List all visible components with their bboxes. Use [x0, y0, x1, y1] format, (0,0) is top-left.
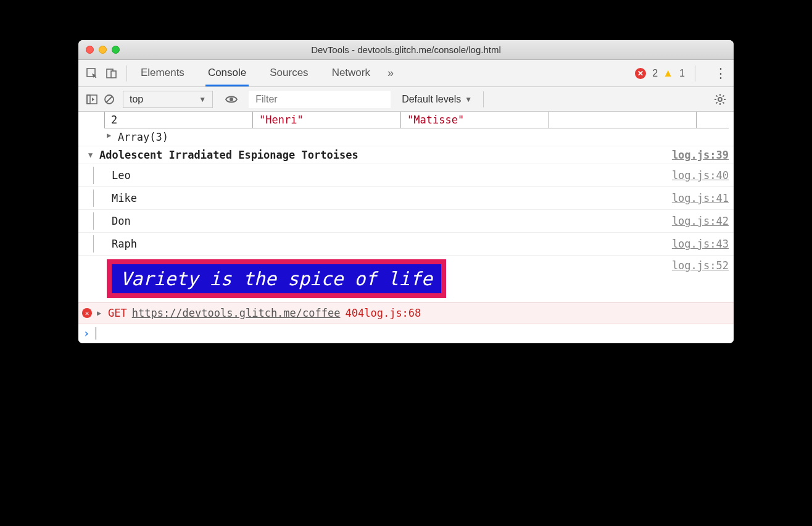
console-output: 2 "Henri" "Matisse" ▶ Array(3) ▼ Adolesc…: [78, 112, 734, 343]
text-cursor: [96, 327, 96, 340]
table-cell-lastname: "Matisse": [400, 112, 549, 128]
table-row: 2 "Henri" "Matisse": [104, 112, 729, 128]
console-settings-icon[interactable]: [711, 91, 729, 108]
warning-badge-icon[interactable]: ▲: [663, 67, 673, 80]
svg-rect-4: [87, 95, 90, 104]
svg-point-7: [230, 98, 233, 101]
tab-sources[interactable]: Sources: [267, 61, 310, 86]
chevron-down-icon: ▼: [465, 95, 472, 104]
settings-kebab-icon[interactable]: ⋮: [714, 65, 727, 81]
source-link[interactable]: log.js:39: [660, 149, 729, 161]
clear-console-icon[interactable]: [101, 91, 118, 108]
console-prompt[interactable]: ›: [78, 324, 734, 343]
log-text: Leo: [112, 167, 131, 184]
source-link[interactable]: log.js:40: [660, 169, 729, 182]
source-link[interactable]: log.js:42: [660, 215, 729, 227]
source-link[interactable]: log.js:68: [364, 307, 421, 319]
group-line: [93, 212, 94, 230]
minimize-window-button[interactable]: [99, 46, 107, 54]
window-title: DevTools - devtools.glitch.me/console/lo…: [78, 44, 734, 55]
show-console-sidebar-icon[interactable]: [83, 91, 101, 108]
error-badge-icon[interactable]: ✕: [635, 68, 646, 79]
source-link[interactable]: log.js:52: [660, 259, 729, 272]
table-cell-empty: [549, 112, 697, 128]
live-expression-icon[interactable]: [223, 91, 240, 108]
network-error-row[interactable]: ✕ ▶ GET https://devtools.glitch.me/coffe…: [78, 303, 734, 324]
source-link[interactable]: log.js:43: [660, 238, 729, 250]
svg-point-8: [718, 98, 722, 101]
group-title: Adolescent Irradiated Espionage Tortoise…: [99, 149, 358, 161]
array-label: Array(3): [118, 131, 168, 143]
group-line: [93, 190, 94, 207]
execution-context-select[interactable]: top ▼: [123, 91, 213, 108]
console-group-item: Mike log.js:41: [78, 187, 734, 210]
styled-log-row: Variety is the spice of life log.js:52: [78, 256, 734, 303]
log-text: Mike: [112, 190, 137, 207]
log-text: Don: [112, 212, 131, 230]
http-status-code: 404: [345, 307, 364, 319]
prompt-caret-icon: ›: [83, 327, 89, 340]
expand-triangle-icon[interactable]: ▶: [97, 309, 106, 317]
traffic-lights: [86, 46, 120, 54]
close-window-button[interactable]: [86, 46, 94, 54]
warning-count[interactable]: 1: [679, 68, 685, 79]
inspect-element-icon[interactable]: [82, 64, 102, 83]
levels-label: Default levels: [402, 94, 461, 105]
svg-line-16: [723, 95, 724, 96]
panel-tabs: Elements Console Sources Network: [138, 61, 373, 86]
filter-input[interactable]: [249, 91, 391, 108]
svg-line-6: [106, 96, 112, 102]
devtools-window: DevTools - devtools.glitch.me/console/lo…: [78, 40, 734, 343]
table-cell-index: 2: [104, 112, 252, 128]
source-link[interactable]: log.js:41: [660, 192, 729, 204]
collapse-triangle-icon[interactable]: ▼: [88, 151, 97, 159]
console-group-header[interactable]: ▼ Adolescent Irradiated Espionage Tortoi…: [78, 146, 734, 164]
svg-line-13: [716, 95, 718, 96]
error-icon: ✕: [82, 308, 92, 318]
styled-log-text: Variety is the spice of life: [107, 259, 446, 298]
titlebar: DevTools - devtools.glitch.me/console/lo…: [78, 40, 734, 60]
separator: [126, 65, 127, 81]
separator: [483, 91, 484, 107]
panel-tab-bar: Elements Console Sources Network » ✕ 2 ▲…: [78, 60, 734, 87]
log-levels-select[interactable]: Default levels ▼: [402, 94, 472, 105]
svg-line-15: [716, 102, 718, 103]
error-count[interactable]: 2: [652, 68, 658, 79]
http-method: GET: [108, 307, 127, 319]
chevron-down-icon: ▼: [199, 95, 206, 104]
more-tabs-button[interactable]: »: [387, 67, 394, 80]
group-line: [93, 235, 94, 253]
tab-elements[interactable]: Elements: [138, 61, 187, 86]
array-disclosure-row[interactable]: ▶ Array(3): [78, 128, 734, 146]
group-line: [93, 167, 94, 184]
device-toolbar-icon[interactable]: [102, 64, 122, 83]
maximize-window-button[interactable]: [112, 46, 120, 54]
console-group-item: Leo log.js:40: [78, 164, 734, 187]
table-cell-firstname: "Henri": [252, 112, 400, 128]
context-label: top: [130, 94, 143, 105]
tab-console[interactable]: Console: [205, 61, 249, 86]
svg-line-14: [723, 102, 724, 103]
separator: [695, 65, 695, 81]
console-group-item: Don log.js:42: [78, 210, 734, 233]
expand-triangle-icon[interactable]: ▶: [107, 131, 115, 140]
console-toolbar: top ▼ Default levels ▼: [78, 87, 734, 112]
error-url[interactable]: https://devtools.glitch.me/coffee: [132, 307, 341, 319]
tab-network[interactable]: Network: [329, 61, 373, 86]
console-group-item: Raph log.js:43: [78, 233, 734, 256]
log-text: Raph: [112, 235, 137, 253]
svg-rect-2: [111, 71, 116, 78]
